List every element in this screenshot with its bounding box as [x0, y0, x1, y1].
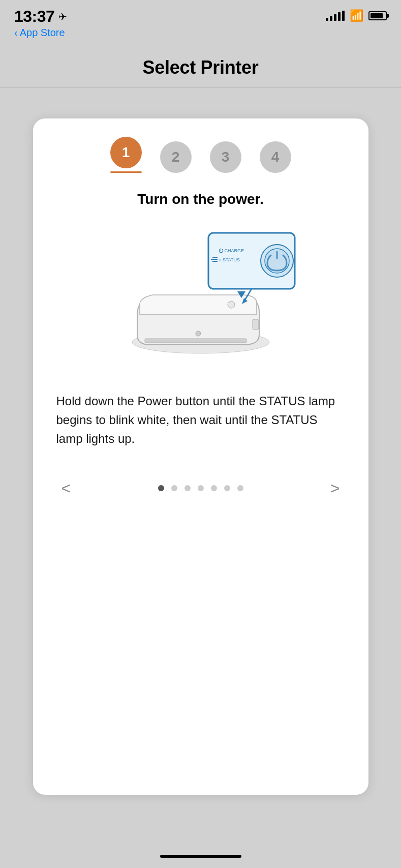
back-navigation[interactable]: ‹ App Store: [14, 27, 67, 39]
dots-container: [158, 485, 243, 491]
page-title: Select Printer: [143, 57, 259, 78]
step-indicators: 1 2 3 4: [110, 137, 291, 173]
printer-diagram-svg: ⏻ CHARGE ○ STATUS: [94, 223, 307, 375]
tutorial-card: 1 2 3 4 Turn on the power.: [33, 118, 368, 795]
navigation-bar: Select Printer: [0, 51, 401, 88]
svg-point-4: [228, 301, 235, 308]
main-content: 1 2 3 4 Turn on the power.: [0, 88, 401, 825]
status-bar-left: 13:37 ✈︎ ‹ App Store: [0, 7, 67, 39]
status-bar: 13:37 ✈︎ ‹ App Store 📶: [0, 0, 401, 51]
step-1-underline: [110, 171, 142, 173]
battery-fill: [371, 13, 383, 18]
battery-icon: [368, 11, 387, 20]
pagination: < >: [51, 474, 350, 503]
back-label[interactable]: App Store: [20, 27, 65, 39]
step-2-circle[interactable]: 2: [160, 141, 192, 173]
dot-2[interactable]: [171, 485, 177, 491]
back-arrow-icon[interactable]: ‹: [14, 27, 18, 39]
dot-4[interactable]: [198, 485, 204, 491]
time-display: 13:37: [14, 7, 54, 26]
svg-rect-1: [145, 339, 246, 343]
dot-3[interactable]: [184, 485, 191, 491]
dot-5[interactable]: [211, 485, 217, 491]
wifi-icon: 📶: [350, 9, 363, 22]
dot-7[interactable]: [237, 485, 243, 491]
step-3-circle[interactable]: 3: [210, 141, 241, 173]
prev-arrow[interactable]: <: [56, 474, 76, 503]
step-4-circle[interactable]: 4: [260, 141, 291, 173]
dot-6[interactable]: [224, 485, 230, 491]
svg-point-3: [196, 331, 201, 336]
svg-rect-2: [253, 319, 259, 330]
svg-text:○ STATUS: ○ STATUS: [219, 257, 240, 262]
status-bar-right: 📶: [326, 9, 387, 22]
signal-icon: [326, 11, 345, 21]
time-row: 13:37 ✈︎: [14, 7, 67, 26]
dot-1[interactable]: [158, 485, 164, 491]
next-arrow[interactable]: >: [325, 474, 345, 503]
step-title: Turn on the power.: [137, 191, 263, 207]
printer-illustration: ⏻ CHARGE ○ STATUS: [51, 223, 350, 375]
home-indicator[interactable]: [160, 855, 241, 858]
step-1-circle[interactable]: 1: [110, 137, 142, 168]
description-text: Hold down the Power button until the STA…: [51, 392, 350, 448]
location-icon: ✈︎: [58, 11, 67, 23]
step-1-wrapper: 1: [110, 137, 142, 173]
svg-text:⏻ CHARGE: ⏻ CHARGE: [219, 248, 244, 253]
